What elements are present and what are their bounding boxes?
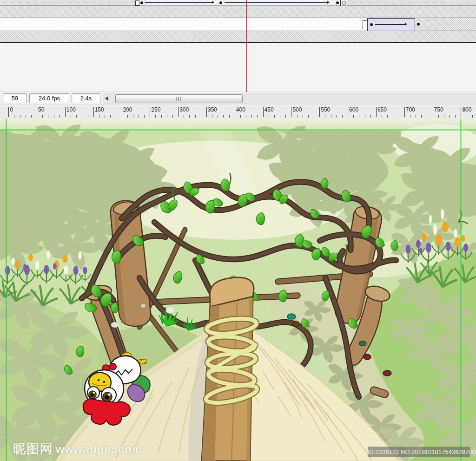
span-start-marker[interactable] [135,0,139,6]
timeline-layer-row-4[interactable] [0,31,476,42]
wooden-pole[interactable] [202,277,258,461]
motion-tween-span-row3[interactable] [367,18,415,31]
keyframe-dot[interactable] [417,23,420,26]
scrollbar-left-arrow-icon[interactable] [104,96,110,101]
tween-arrow-head [327,1,330,4]
watermark-site-url: www.nipic.com [55,443,142,455]
watermark-site-name: 昵图网 [13,442,53,456]
current-frame-display: 59 [3,93,27,103]
tween-arrow-line [145,2,212,3]
keyframe-dot[interactable] [336,1,339,4]
keyframe-dot[interactable] [370,23,373,26]
timeline-status-bar: 59 24.0 fps 2.4s [0,92,476,105]
tween-arrow-head [212,1,214,4]
timeline-scrollbar-thumb[interactable] [115,94,243,103]
keyframe-dot[interactable] [219,1,222,4]
empty-keyframe-dot[interactable] [342,1,346,5]
timeline-empty-area[interactable] [0,43,476,92]
scrollbar-grip-icon [176,97,182,101]
span-start-marker[interactable] [363,20,367,29]
stage-canvas[interactable]: 昵图网 www.nipic.com ID:2206122 NO:20181018… [0,119,476,461]
timeline-panel [0,0,476,92]
elapsed-time-display: 2.4s [72,93,100,103]
playhead[interactable] [246,0,247,92]
tween-arrow-line [375,24,405,25]
frame-divider [340,0,341,6]
frame-divider [334,0,334,6]
timeline-scrollbar-track[interactable] [103,93,476,104]
tween-arrow-head [405,23,407,26]
frame-rate-display[interactable]: 24.0 fps [29,93,69,103]
flash-editor-window: { "timeline": { "current_frame": "59", "… [0,0,476,461]
timeline-row-3-empty-frames[interactable] [415,18,476,31]
tween-arrow-line [225,2,327,3]
keyframe-dot[interactable] [140,1,143,4]
watermark-image-id: ID:2206122 NO:20181018175426297000 [368,447,470,457]
stage-ruler[interactable]: 0501001502002503003504004505005506006507… [0,105,476,119]
timeline-layer-row-2[interactable] [0,6,476,18]
motion-tween-span-row1[interactable] [134,0,347,6]
watermark-site: 昵图网 www.nipic.com [13,441,142,457]
